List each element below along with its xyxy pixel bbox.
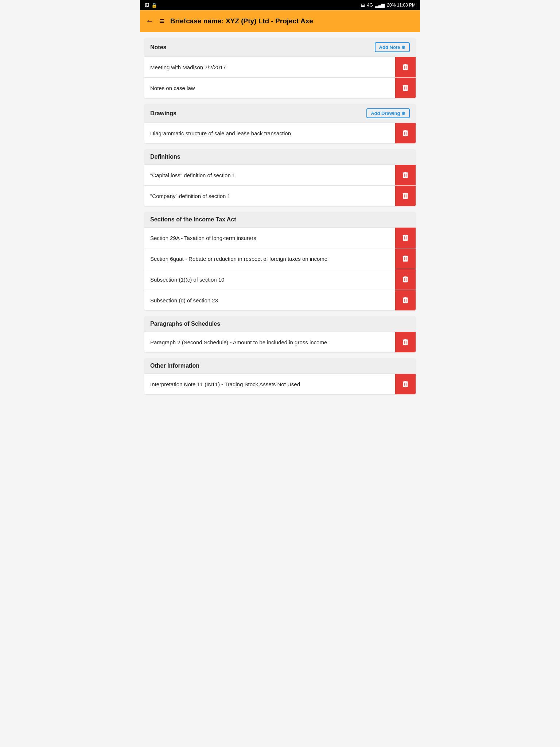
section-title-notes: Notes <box>150 44 166 51</box>
bluetooth-icon: ⬓ <box>361 3 365 8</box>
section-header-other-information: Other Information <box>144 358 416 374</box>
list-item: Notes on case law <box>144 77 416 98</box>
section-header-sections-income-tax: Sections of the Income Tax Act <box>144 212 416 227</box>
status-bar: 🖼 🔒 ⬓ 4G ▂▄▆ 20% 11:08 PM <box>140 0 420 10</box>
section-title-sections-income-tax: Sections of the Income Tax Act <box>150 216 236 223</box>
list-item-text: Interpretation Note 11 (IN11) - Trading … <box>144 374 395 394</box>
list-item: Diagrammatic structure of sale and lease… <box>144 123 416 143</box>
list-item-text: "Company" definition of section 1 <box>144 186 395 206</box>
section-title-drawings: Drawings <box>150 110 176 117</box>
delete-button[interactable] <box>395 78 416 98</box>
delete-button[interactable] <box>395 290 416 310</box>
section-card-definitions: Definitions"Capital loss" definition of … <box>144 149 416 206</box>
delete-button[interactable] <box>395 57 416 77</box>
list-item: "Capital loss" definition of section 1 <box>144 165 416 185</box>
list-item-text: Subsection (d) of section 23 <box>144 290 395 310</box>
delete-button[interactable] <box>395 228 416 248</box>
list-item: Meeting with Madison 7/2/2017 <box>144 57 416 77</box>
list-item: "Company" definition of section 1 <box>144 185 416 206</box>
page-title: Briefcase name: XYZ (Pty) Ltd - Project … <box>170 17 414 25</box>
delete-button[interactable] <box>395 123 416 143</box>
section-card-drawings: DrawingsAdd Drawing ⊕Diagrammatic struct… <box>144 104 416 143</box>
list-item-text: Section 29A - Taxation of long-term insu… <box>144 228 395 248</box>
back-button[interactable]: ← <box>146 16 154 26</box>
delete-button[interactable] <box>395 248 416 269</box>
add-button-notes[interactable]: Add Note ⊕ <box>375 42 410 52</box>
add-button-drawings[interactable]: Add Drawing ⊕ <box>366 108 410 118</box>
list-item-text: Paragraph 2 (Second Schedule) - Amount t… <box>144 332 395 352</box>
list-item: Section 6quat - Rebate or reduction in r… <box>144 248 416 269</box>
delete-button[interactable] <box>395 165 416 185</box>
section-header-drawings: DrawingsAdd Drawing ⊕ <box>144 104 416 123</box>
list-item-text: Subsection (1)(c) of section 10 <box>144 269 395 290</box>
image-icon: 🖼 <box>144 3 149 8</box>
app-bar: ← ≡ Briefcase name: XYZ (Pty) Ltd - Proj… <box>140 10 420 32</box>
delete-button[interactable] <box>395 374 416 394</box>
section-title-definitions: Definitions <box>150 154 180 160</box>
list-item: Subsection (d) of section 23 <box>144 290 416 310</box>
section-card-notes: NotesAdd Note ⊕Meeting with Madison 7/2/… <box>144 38 416 98</box>
status-bar-left-icons: 🖼 🔒 <box>144 3 157 8</box>
lock-icon: 🔒 <box>151 3 157 8</box>
list-item-text: Meeting with Madison 7/2/2017 <box>144 57 395 77</box>
list-item-text: "Capital loss" definition of section 1 <box>144 165 395 185</box>
list-item-text: Section 6quat - Rebate or reduction in r… <box>144 248 395 269</box>
delete-button[interactable] <box>395 186 416 206</box>
list-item-text: Diagrammatic structure of sale and lease… <box>144 123 395 143</box>
delete-button[interactable] <box>395 269 416 290</box>
list-item-text: Notes on case law <box>144 78 395 98</box>
section-header-notes: NotesAdd Note ⊕ <box>144 38 416 57</box>
section-header-definitions: Definitions <box>144 149 416 165</box>
menu-button[interactable]: ≡ <box>160 16 164 26</box>
status-bar-right: ⬓ 4G ▂▄▆ 20% 11:08 PM <box>361 3 416 8</box>
signal-4g: 4G <box>367 3 373 8</box>
section-card-other-information: Other InformationInterpretation Note 11 … <box>144 358 416 394</box>
list-item: Paragraph 2 (Second Schedule) - Amount t… <box>144 332 416 352</box>
section-title-other-information: Other Information <box>150 363 199 369</box>
list-item: Interpretation Note 11 (IN11) - Trading … <box>144 374 416 394</box>
section-header-paragraphs-schedules: Paragraphs of Schedules <box>144 316 416 332</box>
section-card-sections-income-tax: Sections of the Income Tax ActSection 29… <box>144 212 416 310</box>
battery-text: 20% 11:08 PM <box>387 3 416 8</box>
list-item: Subsection (1)(c) of section 10 <box>144 269 416 290</box>
main-content: NotesAdd Note ⊕Meeting with Madison 7/2/… <box>140 32 420 400</box>
section-title-paragraphs-schedules: Paragraphs of Schedules <box>150 321 220 327</box>
delete-button[interactable] <box>395 332 416 352</box>
section-card-paragraphs-schedules: Paragraphs of SchedulesParagraph 2 (Seco… <box>144 316 416 352</box>
signal-bars: ▂▄▆ <box>375 3 385 8</box>
list-item: Section 29A - Taxation of long-term insu… <box>144 227 416 248</box>
